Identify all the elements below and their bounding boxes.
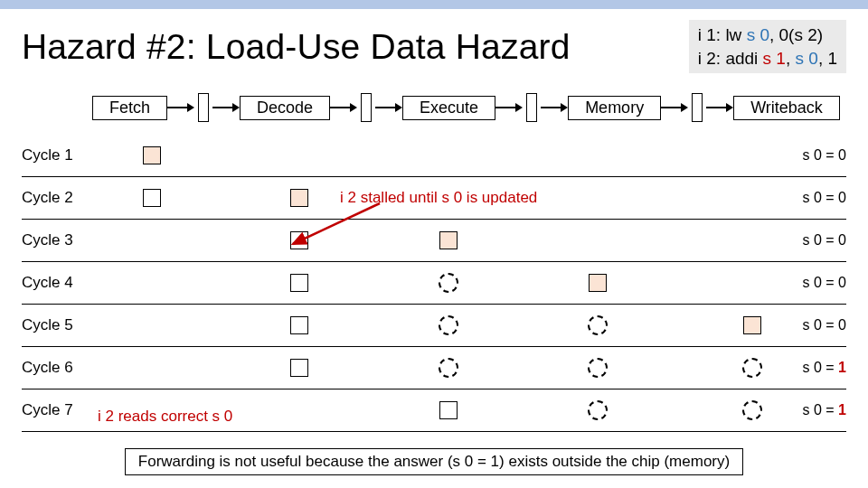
slide-body: Hazard #2: Load-Use Data Hazard i 1: lw … xyxy=(0,9,868,488)
stage-fetch: Fetch xyxy=(92,96,167,120)
s0-value: s 0 = 0 xyxy=(803,147,846,164)
cycle-label: Cycle 5 xyxy=(22,316,92,334)
token-i1 xyxy=(439,231,458,249)
arrow-icon xyxy=(330,103,357,112)
token-i2 xyxy=(439,401,458,419)
footnote: Forwarding is not useful because the ans… xyxy=(125,448,743,475)
cycle-label: Cycle 7 xyxy=(22,401,92,419)
s0-value: s 0 = 1 xyxy=(803,402,846,418)
cycle-row-5: Cycle 5 s 0 = 0 xyxy=(22,305,846,347)
page-title: Hazard #2: Load-Use Data Hazard xyxy=(22,27,571,67)
token-bubble xyxy=(439,273,458,293)
s0-value: s 0 = 0 xyxy=(803,232,846,249)
cycle-label: Cycle 3 xyxy=(22,231,92,249)
cycle-row-3: Cycle 3 s 0 = 0 xyxy=(22,220,846,262)
stage-execute: Execute xyxy=(402,96,495,120)
cycle-row-4: Cycle 4 s 0 = 0 xyxy=(22,262,846,305)
accent-bar xyxy=(0,0,868,9)
token-bubble xyxy=(439,315,458,335)
reads-correct-annotation: i 2 reads correct s 0 xyxy=(98,408,232,426)
token-bubble xyxy=(588,358,608,378)
arrow-icon xyxy=(706,103,733,112)
s0-value: s 0 = 0 xyxy=(803,190,846,206)
cycle-label: Cycle 4 xyxy=(22,274,92,292)
pipeline-latch xyxy=(361,93,372,122)
s0-value: s 0 = 0 xyxy=(803,317,846,333)
s0-value: s 0 = 0 xyxy=(803,275,846,291)
instruction-box: i 1: lw s 0, 0(s 2) i 2: addi s 1, s 0, … xyxy=(689,20,846,73)
cycle-label: Cycle 1 xyxy=(22,146,92,164)
stage-decode: Decode xyxy=(240,96,330,120)
cycle-row-1: Cycle 1 s 0 = 0 xyxy=(22,135,846,177)
arrow-icon xyxy=(375,103,402,112)
s0-value: s 0 = 1 xyxy=(803,360,846,376)
cycle-label: Cycle 6 xyxy=(22,359,92,377)
token-i1 xyxy=(743,316,761,334)
token-i2 xyxy=(290,274,308,292)
token-i2 xyxy=(290,359,308,377)
token-bubble xyxy=(439,358,458,378)
token-i2 xyxy=(290,231,308,249)
token-i2 xyxy=(290,316,308,334)
arrow-icon xyxy=(495,103,523,112)
stage-memory: Memory xyxy=(568,96,661,120)
cycle-row-6: Cycle 6 s 0 = 1 xyxy=(22,347,846,389)
token-bubble xyxy=(742,400,762,420)
instruction-2: i 2: addi s 1, s 0, 1 xyxy=(698,47,837,70)
pipeline-latch xyxy=(198,93,209,122)
arrow-icon xyxy=(212,103,240,112)
token-i1 xyxy=(290,189,308,207)
pipeline-stages-header: Fetch Decode Execute Memory Writeback xyxy=(92,93,846,122)
token-i2 xyxy=(143,189,161,207)
token-i1 xyxy=(143,146,161,164)
cycle-row-2: Cycle 2 i 2 stalled until s 0 is updated… xyxy=(22,177,846,220)
cycle-row-7: Cycle 7 s 0 = 1 i 2 reads correct s 0 xyxy=(22,389,846,432)
arrow-icon xyxy=(661,103,688,112)
stage-writeback: Writeback xyxy=(733,96,840,120)
cycle-table: Cycle 1 s 0 = 0 Cycle 2 i 2 stalled unti… xyxy=(22,135,846,432)
token-bubble xyxy=(588,400,608,420)
arrow-icon xyxy=(167,103,194,112)
token-bubble xyxy=(588,315,608,335)
stall-annotation: i 2 stalled until s 0 is updated xyxy=(340,189,537,207)
arrow-icon xyxy=(541,103,568,112)
token-i1 xyxy=(589,274,607,292)
token-bubble xyxy=(742,358,762,378)
instruction-1: i 1: lw s 0, 0(s 2) xyxy=(698,23,837,47)
pipeline-latch xyxy=(526,93,537,122)
pipeline-latch xyxy=(692,93,703,122)
cycle-label: Cycle 2 xyxy=(22,189,92,207)
